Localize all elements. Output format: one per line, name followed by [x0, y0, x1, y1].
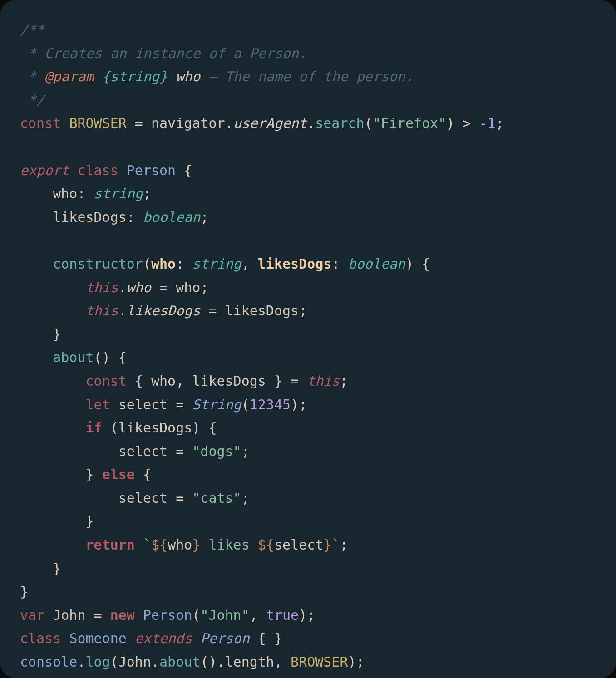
code-panel: /** * Creates an instance of a Person. *…: [0, 0, 616, 678]
id-john: John: [53, 607, 85, 623]
brace-close: }: [86, 467, 94, 482]
id-browser: BROWSER: [69, 115, 126, 131]
paren-open: (: [110, 654, 118, 670]
op-dot: .: [225, 115, 233, 131]
op-eq: =: [86, 607, 110, 623]
semi: ;: [299, 303, 307, 319]
comma: ,: [176, 373, 192, 389]
colon: :: [176, 256, 192, 272]
cls-someone: Someone: [69, 630, 126, 646]
brace-open: {: [200, 420, 217, 436]
id-likesdogs: likesDogs: [192, 373, 266, 389]
colon: :: [77, 186, 94, 201]
op-dot: .: [118, 303, 127, 319]
paren-open: (: [241, 397, 250, 413]
field-who: who: [53, 186, 77, 201]
semi: ;: [200, 280, 208, 295]
op-eq: =: [168, 443, 192, 459]
paren-open: (: [94, 349, 102, 365]
comma: ,: [241, 256, 258, 272]
op-eq: =: [168, 397, 192, 413]
id-john: John: [118, 654, 151, 670]
op-gt: >: [454, 115, 479, 131]
kw-extends: extends: [135, 630, 192, 646]
brace-open: {: [110, 349, 127, 365]
kw-let: let: [86, 397, 110, 413]
id-select: select: [118, 443, 168, 459]
kw-else: else: [102, 467, 135, 482]
paren-close: ): [102, 349, 110, 365]
str-john: "John": [200, 607, 249, 623]
paren-open: (: [143, 256, 151, 272]
semi: ;: [143, 186, 151, 201]
kw-this: this: [307, 373, 340, 389]
type-boolean: boolean: [143, 209, 200, 225]
interp-open: ${: [151, 537, 168, 553]
kw-const: const: [20, 115, 61, 131]
doc-star: *: [20, 69, 44, 84]
id-likesdogs: likesDogs: [225, 303, 299, 319]
kw-class: class: [20, 630, 61, 646]
brace-close: }: [20, 584, 28, 599]
type-string: string: [192, 256, 241, 272]
op-eq: =: [127, 115, 151, 131]
semi: ;: [241, 490, 250, 506]
interp-close: }: [323, 537, 331, 553]
kw-return: return: [86, 537, 135, 553]
tmpl-tick: `: [331, 537, 340, 553]
id-who: who: [176, 280, 200, 295]
op-dot: .: [77, 654, 85, 670]
op-eq: =: [168, 490, 192, 506]
interp-open: ${: [258, 537, 274, 553]
id-browser: BROWSER: [291, 654, 348, 670]
fn-about: about: [53, 349, 94, 365]
cls-person: Person: [143, 607, 192, 623]
empty-braces: { }: [258, 630, 282, 646]
cls-string: String: [192, 397, 241, 413]
tmpl-tick: `: [143, 537, 151, 553]
kw-this: this: [86, 303, 118, 319]
doc-param-rest: – The name of the person.: [200, 69, 414, 84]
type-string: string: [94, 186, 143, 201]
cls-person: Person: [200, 630, 249, 646]
paren-close: ): [192, 420, 200, 436]
op-dot: .: [118, 280, 127, 295]
kw-this: this: [86, 280, 118, 295]
op-eq: =: [151, 280, 176, 295]
semi: ;: [299, 397, 307, 413]
id-who: who: [168, 537, 192, 553]
semi: ;: [496, 115, 504, 131]
paren-close: ): [291, 397, 299, 413]
kw-export: export: [20, 162, 69, 178]
semi: ;: [241, 443, 250, 459]
id-console: console: [20, 654, 77, 670]
semi: ;: [307, 607, 315, 623]
doc-param-type: {string}: [102, 69, 168, 84]
prop-likesdogs: likesDogs: [127, 303, 201, 319]
paren-close: ): [446, 115, 454, 131]
semi: ;: [200, 209, 208, 225]
id-likesdogs: likesDogs: [118, 420, 192, 436]
paren-open: (: [110, 420, 118, 436]
fn-search: search: [315, 115, 364, 131]
doc-star: *: [20, 45, 44, 61]
brace-close: }: [53, 560, 61, 576]
interp-close: }: [192, 537, 200, 553]
brace-open: {: [414, 256, 430, 272]
id-who: who: [151, 373, 176, 389]
param-who: who: [151, 256, 176, 272]
paren-close: ): [405, 256, 414, 272]
kw-class: class: [77, 162, 118, 178]
op-eq: =: [200, 303, 225, 319]
fn-about: about: [159, 654, 200, 670]
param-likesdogs: likesDogs: [258, 256, 332, 272]
doc-param-name: who: [176, 69, 200, 84]
op-dot: .: [151, 654, 159, 670]
paren-open: (: [365, 115, 373, 131]
kw-if: if: [86, 420, 102, 436]
colon: :: [331, 256, 348, 272]
doc-open: /**: [20, 22, 44, 38]
prop-useragent: userAgent: [233, 115, 307, 131]
num-12345: 12345: [250, 397, 291, 413]
fn-log: log: [86, 654, 110, 670]
